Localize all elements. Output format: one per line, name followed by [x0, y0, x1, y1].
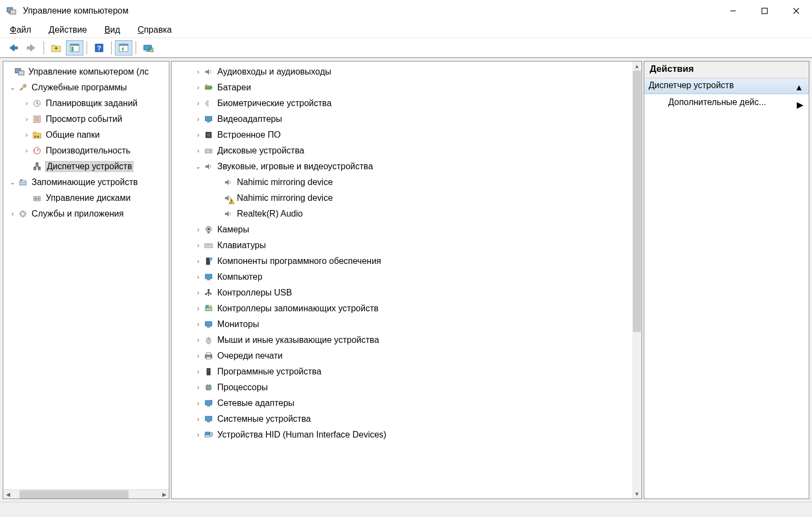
expand-icon[interactable]: ›: [22, 100, 32, 107]
dev-sw-components[interactable]: ›+Компоненты программного обеспечения: [172, 253, 632, 269]
dev-disks[interactable]: ›Дисковые устройства: [172, 143, 632, 158]
monitor-icon: [203, 319, 214, 330]
scroll-left-icon[interactable]: ◀: [3, 490, 13, 499]
svg-rect-77: [206, 353, 211, 355]
dev-network[interactable]: ›Сетевые адаптеры: [172, 395, 632, 411]
collapse-icon[interactable]: ⌄: [8, 179, 17, 186]
expand-icon[interactable]: ›: [22, 147, 32, 154]
dev-keyboards[interactable]: ›Клавиатуры: [172, 237, 632, 253]
scan-hardware-button[interactable]: [139, 40, 157, 56]
dev-nahimic-2[interactable]: Nahimic mirroring device: [172, 190, 632, 206]
svg-rect-16: [119, 44, 128, 46]
storage-controller-icon: [203, 303, 214, 314]
svg-point-30: [34, 136, 36, 138]
printer-icon: [203, 350, 214, 361]
svg-point-71: [210, 305, 212, 307]
scroll-down-icon[interactable]: ▼: [632, 489, 642, 498]
dev-monitors[interactable]: ›Мониторы: [172, 316, 632, 332]
tree-storage[interactable]: ⌄ Запоминающие устройств: [3, 174, 169, 190]
tree-root[interactable]: Управление компьютером (лс: [3, 64, 169, 79]
collapse-icon[interactable]: ⌄: [8, 84, 17, 91]
scroll-up-icon[interactable]: ▲: [632, 61, 642, 71]
menu-view[interactable]: Вид: [101, 24, 124, 36]
svg-point-54: [231, 202, 232, 204]
collapse-arrow-icon[interactable]: ▲: [795, 83, 803, 93]
dev-biometric[interactable]: ›Биометрические устройства: [172, 95, 632, 111]
actions-section[interactable]: Диспетчер устройств ▲: [644, 78, 809, 94]
help-button[interactable]: ?: [90, 40, 108, 56]
expand-icon[interactable]: ›: [22, 132, 32, 138]
show-hide-tree-button[interactable]: [66, 40, 83, 56]
tree-performance[interactable]: › Производительность: [3, 143, 169, 158]
app-icon: [5, 5, 17, 17]
clock-icon: [32, 98, 42, 109]
expand-icon[interactable]: ›: [22, 116, 32, 122]
dev-storage-ctrl[interactable]: ›Контроллеры запоминающих устройств: [172, 300, 632, 316]
services-icon: [17, 208, 28, 219]
dev-mice[interactable]: ›Мыши и иные указывающие устройства: [172, 332, 632, 348]
svg-rect-78: [206, 357, 211, 359]
svg-rect-47: [205, 116, 212, 121]
svg-rect-73: [207, 327, 210, 328]
cpu-icon: [203, 382, 214, 393]
display-adapter-icon: [203, 114, 214, 125]
expand-icon[interactable]: ›: [8, 211, 17, 217]
menu-help[interactable]: Справка: [135, 24, 175, 36]
up-folder-button[interactable]: [47, 40, 65, 56]
dev-computer[interactable]: ›Компьютер: [172, 269, 632, 285]
tree-shared-folders[interactable]: › Общие папки: [3, 127, 169, 143]
scrollbar-thumb[interactable]: [20, 490, 129, 498]
dev-nahimic-1[interactable]: Nahimic mirroring device: [172, 174, 632, 190]
show-hide-action-pane-button[interactable]: [115, 40, 132, 56]
firmware-icon: [203, 130, 214, 140]
tree-task-scheduler[interactable]: › Планировщик заданий: [3, 95, 169, 111]
dev-realtek[interactable]: Realtek(R) Audio: [172, 206, 632, 221]
scroll-right-icon[interactable]: ▶: [160, 490, 169, 499]
tree-system-tools[interactable]: ⌄ Служебные программы: [3, 79, 169, 95]
scrollbar-thumb[interactable]: [633, 71, 641, 332]
dev-cameras[interactable]: ›Камеры: [172, 221, 632, 237]
svg-rect-45: [211, 87, 212, 88]
dev-sw-devices[interactable]: ›Программные устройства: [172, 364, 632, 379]
dev-hid[interactable]: ›Устройства HID (Human Interface Devices…: [172, 427, 632, 442]
vertical-scrollbar[interactable]: ▲ ▼: [632, 61, 642, 498]
tree-device-manager[interactable]: Диспетчер устройств: [3, 158, 169, 174]
tree-services-apps[interactable]: › Службы и приложения: [3, 206, 169, 221]
storage-icon: [17, 177, 28, 188]
maximize-button[interactable]: [749, 0, 780, 22]
svg-rect-50: [207, 133, 210, 137]
menu-file[interactable]: Файл: [7, 24, 34, 36]
svg-rect-40: [35, 198, 36, 200]
nav-back-button[interactable]: [4, 40, 22, 56]
svg-rect-51: [205, 149, 212, 153]
svg-rect-88: [205, 432, 210, 435]
nav-forward-button[interactable]: [23, 40, 40, 56]
horizontal-scrollbar[interactable]: ◀ ▶: [3, 489, 169, 498]
tree-event-viewer[interactable]: › Просмотр событий: [3, 111, 169, 127]
usb-icon: [203, 287, 214, 298]
dev-audio-io[interactable]: ›Аудиовходы и аудиовыходы: [172, 64, 632, 79]
dev-print-queues[interactable]: ›Очереди печати: [172, 348, 632, 364]
sound-device-icon: [223, 177, 234, 188]
dev-firmware[interactable]: ›Встроенное ПО: [172, 127, 632, 143]
dev-display[interactable]: ›Видеоадаптеры: [172, 111, 632, 127]
titlebar[interactable]: Управление компьютером: [0, 0, 812, 22]
menu-action[interactable]: Действие: [45, 24, 90, 36]
minimize-button[interactable]: [717, 0, 749, 22]
dev-batteries[interactable]: ›Батареи: [172, 79, 632, 95]
dev-system[interactable]: ›Системные устройства: [172, 411, 632, 427]
dev-usb[interactable]: ›Контроллеры USB: [172, 285, 632, 300]
menubar: Файл Действие Вид Справка: [0, 22, 812, 38]
svg-rect-33: [36, 163, 38, 165]
svg-point-87: [210, 432, 213, 436]
tree-disk-management[interactable]: Управление дисками: [3, 190, 169, 206]
actions-more[interactable]: Дополнительные дейс... ▶: [644, 94, 809, 110]
dev-processors[interactable]: ›Процессоры: [172, 379, 632, 395]
svg-rect-4: [762, 8, 767, 14]
dev-sound[interactable]: ⌄Звуковые, игровые и видеоустройства: [172, 158, 632, 174]
svg-rect-11: [70, 44, 79, 46]
keyboard-icon: [203, 240, 214, 251]
svg-point-31: [37, 136, 39, 138]
close-button[interactable]: [780, 0, 812, 22]
mouse-icon: [203, 335, 214, 346]
